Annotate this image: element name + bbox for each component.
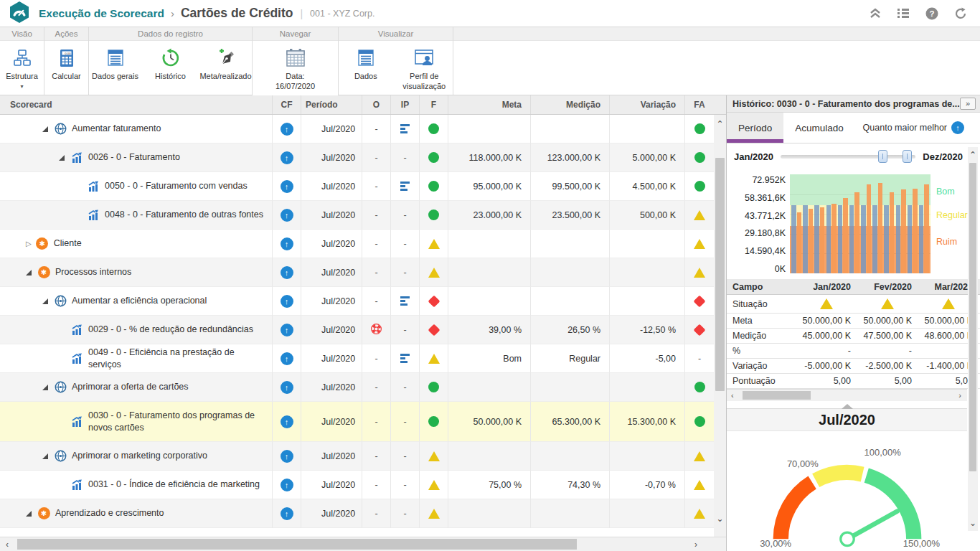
scroll-down-icon[interactable]: ⌄ <box>714 514 726 524</box>
column-header-f[interactable]: F <box>420 95 448 114</box>
scroll-up-icon[interactable]: ⌃ <box>968 150 978 160</box>
scrollbar-thumb[interactable] <box>743 391 811 400</box>
mini-cell: 5,00 <box>857 376 918 386</box>
status-red-diamond-icon <box>428 324 440 336</box>
table-row[interactable]: ✱Aprendizado e crescimento↑Jul/2020-- <box>0 499 714 528</box>
empty-dash: - <box>374 417 377 427</box>
cell-initiatives: - <box>391 143 420 172</box>
cell-initiatives: - <box>391 201 420 230</box>
table-row[interactable]: 0029 - 0 - % de redução de redundâncias↑… <box>0 316 714 344</box>
table-horizontal-scrollbar[interactable]: ‹ › <box>0 537 726 551</box>
column-header-medição[interactable]: Medição <box>531 95 610 114</box>
cell-variacao: 500,00 K <box>610 201 685 230</box>
scrollbar-thumb[interactable] <box>969 163 976 471</box>
status-yellow-triangle-icon <box>428 480 440 490</box>
tree-expander-open-icon[interactable] <box>42 385 48 390</box>
meta-realizado-button[interactable]: Meta/realizado <box>199 45 252 83</box>
table-row[interactable]: 0031 - 0 - Índice de eficiência de marke… <box>0 471 714 499</box>
panel-resize-handle-icon[interactable] <box>842 404 853 409</box>
panel-horizontal-scrollbar[interactable]: ‹ › <box>727 389 967 401</box>
item-label: 0031 - 0 - Índice de eficiência de marke… <box>88 479 260 491</box>
empty-dash: - <box>403 268 406 278</box>
scroll-right-icon[interactable]: › <box>694 537 697 551</box>
column-header-o[interactable]: O <box>362 95 391 114</box>
column-header-cf[interactable]: CF <box>273 95 301 114</box>
scroll-left-icon[interactable]: ‹ <box>6 537 9 551</box>
scrollbar-thumb[interactable] <box>17 539 577 550</box>
status-yellow-triangle-icon <box>694 451 705 461</box>
table-row[interactable]: 0050 - 0 - Faturamento com vendas↑Jul/20… <box>0 172 714 201</box>
mini-cell <box>857 298 918 309</box>
breadcrumb-app[interactable]: Execução de Scorecard <box>39 7 164 20</box>
tree-expander-open-icon[interactable] <box>42 126 48 132</box>
initiatives-bars-icon[interactable] <box>400 354 410 363</box>
collapse-toolbar-icon[interactable] <box>870 8 881 19</box>
tree-expander-open-icon[interactable] <box>26 511 32 517</box>
table-row[interactable]: 0049 - 0 - Eficiência na prestação de se… <box>0 344 714 373</box>
scroll-up-icon[interactable]: ⌃ <box>714 119 726 129</box>
table-row[interactable]: 0048 - 0 - Faturamento de outras fontes↑… <box>0 201 714 230</box>
initiatives-bars-icon[interactable] <box>400 296 410 306</box>
dados-button[interactable]: Dados <box>339 45 393 83</box>
y-tick-label: 29.180,8K <box>745 228 786 238</box>
table-row[interactable]: ✱Processos internos↑Jul/2020-- <box>0 258 714 287</box>
tree-expander-open-icon[interactable] <box>26 270 32 276</box>
scroll-left-icon[interactable]: ‹ <box>731 390 734 401</box>
calcular-button[interactable]: 0,00Calcular <box>44 45 88 83</box>
cell-cf: ↑ <box>273 115 301 143</box>
item-label: Processos internos <box>55 266 131 278</box>
cell-variacao <box>610 230 685 258</box>
data-16-07-2020-button[interactable]: Data: 16/07/2020▾ <box>268 45 324 101</box>
period-range-slider: Jan/2020 Dez/2020 <box>727 143 980 170</box>
refresh-icon[interactable] <box>954 7 967 20</box>
initiatives-bars-icon[interactable] <box>400 124 410 133</box>
table-row[interactable]: Aprimorar a oferta de cartões↑Jul/2020-- <box>0 373 714 402</box>
cell-variacao: 5.000,00 K <box>610 143 685 172</box>
table-vertical-scrollbar[interactable]: ⌃ ⌄ <box>714 115 726 537</box>
slider-handle-left[interactable] <box>878 150 887 163</box>
calculation-up-arrow-icon: ↑ <box>281 180 293 193</box>
tree-expander-open-icon[interactable] <box>42 453 48 459</box>
indicator-chart-icon <box>70 324 83 336</box>
hist-rico-button[interactable]: Histórico <box>144 45 197 83</box>
panel-vertical-scrollbar[interactable]: ⌃ ⌄ <box>968 147 978 531</box>
estrutura-button[interactable]: Estrutura▾ <box>0 45 44 91</box>
table-row[interactable]: Aprimorar o marketing corporativo↑Jul/20… <box>0 442 714 471</box>
tab-periodo[interactable]: Período <box>727 113 783 143</box>
help-icon[interactable]: ? <box>925 7 938 20</box>
column-header-scorecard[interactable]: Scorecard <box>0 95 273 114</box>
column-header-período[interactable]: Período <box>301 95 362 114</box>
panel-expand-button[interactable]: » <box>960 98 976 110</box>
tab-acumulado[interactable]: Acumulado <box>783 113 855 143</box>
column-header-meta[interactable]: Meta <box>448 95 531 114</box>
column-header-fa[interactable]: FA <box>685 95 714 114</box>
status-red-diamond-icon <box>694 324 706 336</box>
cell-scorecard: 0030 - 0 - Faturamento dos programas de … <box>0 402 273 442</box>
column-header-ip[interactable]: IP <box>391 95 420 114</box>
tree-expander-open-icon[interactable] <box>42 298 48 304</box>
mini-table-row: %--- <box>727 344 980 359</box>
menu-list-icon[interactable] <box>897 8 910 19</box>
scroll-down-icon[interactable]: ⌄ <box>968 518 978 528</box>
tree-expander-open-icon[interactable] <box>59 155 65 161</box>
table-row[interactable]: Aumentar a eficiência operacional↑Jul/20… <box>0 287 714 316</box>
initiatives-bars-icon[interactable] <box>400 182 410 191</box>
table-row[interactable]: ▷✱Cliente↑Jul/2020-- <box>0 230 714 258</box>
column-header-variação[interactable]: Variação <box>610 95 685 114</box>
dados-gerais-button[interactable]: Dados gerais <box>89 45 141 83</box>
empty-dash: - <box>374 296 377 306</box>
scrollbar-thumb[interactable] <box>715 158 725 391</box>
perfil-de-visualiza-o-button[interactable]: Perfil de visualização <box>396 45 453 93</box>
table-row[interactable]: 0026 - 0 - Faturamento↑Jul/2020--118.000… <box>0 143 714 172</box>
table-row[interactable]: Aumentar faturamento↑Jul/2020- <box>0 115 714 143</box>
slider-handle-right[interactable] <box>903 150 912 163</box>
mini-table-row: Meta50.000,00 K50.000,00 K50.000,00 K <box>727 314 980 329</box>
occurrence-lifebuoy-icon[interactable] <box>370 323 382 337</box>
scroll-right-icon[interactable]: › <box>958 390 961 401</box>
tree-expander-closed-icon[interactable]: ▷ <box>26 240 32 248</box>
cell-scorecard: ✱Aprendizado e crescimento <box>0 499 273 528</box>
table-row[interactable]: 0030 - 0 - Faturamento dos programas de … <box>0 402 714 442</box>
slider-track[interactable] <box>781 155 915 159</box>
mini-col-campo: Campo <box>727 282 796 292</box>
status-yellow-triangle-icon <box>428 354 440 364</box>
